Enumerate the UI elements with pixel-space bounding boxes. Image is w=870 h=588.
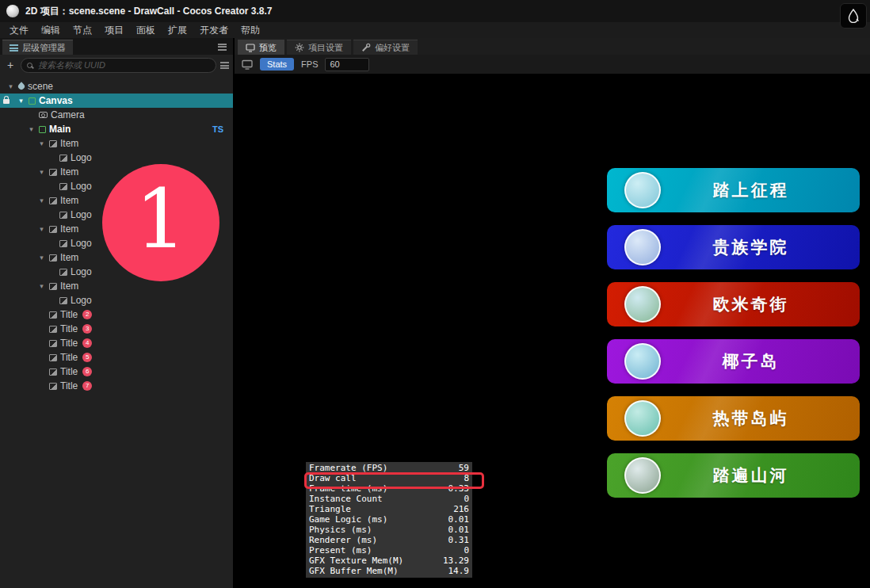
tab-preview[interactable]: 预览 (238, 40, 284, 55)
menu-item[interactable]: 编辑 (35, 23, 67, 38)
node-icon (29, 97, 36, 105)
tree-row-scene[interactable]: ▾scene (0, 79, 233, 94)
tab-preferences-label: 偏好设置 (375, 42, 410, 54)
search-box[interactable] (21, 58, 216, 73)
menu-item[interactable]: 文件 (3, 23, 35, 38)
panel-menu-icon[interactable] (218, 44, 227, 51)
sprite-icon (49, 254, 57, 262)
game-menu-button-3[interactable]: 欧米奇街 (607, 282, 860, 326)
stats-row-renderer-ms: Renderer (ms)0.31 (309, 535, 469, 545)
tree-label: Logo (71, 152, 92, 163)
tree-row-logo[interactable]: Logo (0, 151, 233, 165)
tab-hierarchy[interactable]: 层级管理器 (2, 40, 73, 55)
tree-label: Item (60, 281, 78, 292)
add-node-button[interactable]: + (4, 59, 17, 71)
sprite-icon (59, 240, 67, 247)
stats-value: 13.29 (443, 556, 469, 566)
game-menu-button-4[interactable]: 椰子岛 (607, 339, 860, 384)
tree-row-item[interactable]: ▾Item (0, 279, 233, 293)
menu-item[interactable]: 帮助 (235, 23, 266, 38)
filter-icon[interactable] (220, 62, 229, 69)
tree-row-title[interactable]: Title6 (0, 365, 233, 379)
title-bar: 2D 项目：scene.scene - DrawCall - Cocos Cre… (0, 0, 870, 22)
stats-value: 14.9 (448, 566, 470, 576)
menu-item[interactable]: 节点 (67, 23, 98, 38)
tree-row-item[interactable]: ▾Item (0, 136, 233, 151)
tab-preferences[interactable]: 偏好设置 (353, 40, 418, 55)
collapse-arrow-icon[interactable]: ▾ (37, 225, 46, 233)
tree-label: Title (60, 323, 78, 334)
count-badge: 2 (82, 310, 92, 319)
game-menu-icon (624, 400, 661, 437)
count-badge: 6 (82, 367, 92, 376)
collapse-arrow-icon[interactable]: ▾ (27, 125, 36, 133)
tree-label: Main (49, 124, 71, 135)
tree-row-title[interactable]: Title2 (0, 307, 233, 322)
tab-project-settings[interactable]: 项目设置 (287, 40, 351, 55)
hierarchy-icon (10, 44, 18, 52)
menu-item[interactable]: 面板 (130, 23, 162, 38)
tree-label: Title (60, 309, 78, 320)
tree-label: Title (60, 352, 78, 363)
lock-icon[interactable] (3, 99, 10, 104)
collapse-arrow-icon[interactable]: ▾ (37, 282, 46, 290)
game-menu-button-label: 踏遍山河 (661, 464, 841, 487)
game-menu-button-label: 热带岛屿 (661, 407, 841, 430)
node-icon (39, 126, 46, 133)
collapse-arrow-icon[interactable]: ▾ (17, 97, 25, 105)
game-menu-button-label: 贵族学院 (661, 236, 841, 258)
collapse-arrow-icon[interactable]: ▾ (37, 254, 46, 262)
collapse-arrow-icon[interactable]: ▾ (37, 139, 46, 147)
menu-item[interactable]: 开发者 (193, 23, 235, 38)
stats-value: 0 (464, 494, 469, 504)
dashboard-button[interactable] (840, 3, 867, 29)
annotation-step-circle: 1 (102, 164, 219, 281)
annotation-step-number: 1 (135, 179, 187, 266)
sprite-icon (49, 226, 57, 233)
stats-label: Renderer (ms) (309, 535, 377, 545)
tree-label: Logo (71, 181, 92, 192)
collapse-arrow-icon[interactable]: ▾ (6, 82, 15, 90)
collapse-arrow-icon[interactable]: ▾ (37, 197, 46, 204)
preview-toolbar: Stats FPS (235, 55, 870, 74)
game-menu-button-1[interactable]: 踏上征程 (607, 168, 860, 212)
menu-item[interactable]: 扩展 (162, 23, 193, 38)
sprite-icon (49, 326, 57, 333)
fps-input[interactable] (325, 58, 369, 71)
hierarchy-tab-label: 层级管理器 (22, 42, 66, 54)
hierarchy-panel-header: 层级管理器 (0, 38, 233, 55)
device-icon[interactable] (242, 59, 253, 70)
search-input[interactable] (36, 59, 210, 71)
tree-row-canvas[interactable]: ▾Canvas (0, 94, 233, 108)
window-title: 2D 项目：scene.scene - DrawCall - Cocos Cre… (25, 5, 272, 18)
sprite-icon (49, 354, 57, 361)
collapse-arrow-icon[interactable]: ▾ (37, 168, 46, 176)
tree-row-title[interactable]: Title3 (0, 322, 233, 336)
game-menu-icon (624, 343, 661, 380)
tree-label: Logo (71, 266, 92, 277)
stats-label: Instance Count (309, 494, 383, 504)
game-menu-button-5[interactable]: 热带岛屿 (607, 396, 860, 441)
tree-row-title[interactable]: Title5 (0, 350, 233, 365)
stats-row-instance-count: Instance Count0 (309, 494, 469, 504)
tree-row-logo[interactable]: Logo (0, 293, 233, 307)
game-menu-icon (624, 229, 661, 265)
stats-value: 216 (453, 504, 469, 514)
menu-item[interactable]: 项目 (98, 23, 130, 38)
tab-project-settings-label: 项目设置 (308, 42, 343, 54)
stats-value: 0 (464, 545, 469, 556)
game-menu-button-2[interactable]: 贵族学院 (607, 225, 860, 269)
tree-row-main[interactable]: ▾MainTS (0, 122, 233, 136)
game-menu-button-label: 踏上征程 (661, 179, 841, 201)
game-menu-button-6[interactable]: 踏遍山河 (607, 453, 860, 498)
tab-preview-label: 预览 (259, 42, 277, 54)
sprite-icon (49, 383, 57, 390)
game-preview: 踏上征程贵族学院欧米奇街椰子岛热带岛屿踏遍山河 Framerate (FPS)5… (235, 74, 870, 588)
tree-row-title[interactable]: Title7 (0, 379, 233, 393)
tree-row-title[interactable]: Title4 (0, 336, 233, 350)
stats-value: 0.01 (448, 525, 470, 535)
stats-button[interactable]: Stats (260, 58, 294, 71)
tree-row-camera[interactable]: Camera (0, 108, 233, 122)
tree-label: Title (60, 380, 78, 391)
scene-icon (17, 82, 25, 90)
